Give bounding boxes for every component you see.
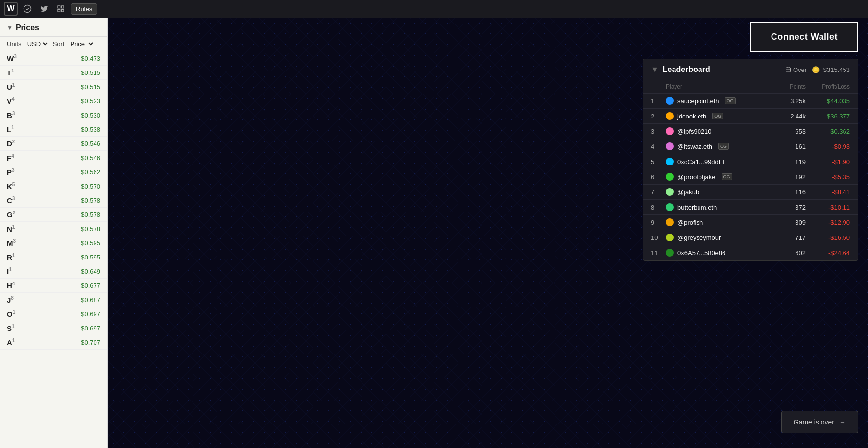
row-rank: 7 — [651, 189, 666, 196]
price-sub: 5 — [12, 182, 15, 187]
price-row[interactable]: V4 $0.523 — [0, 94, 107, 108]
price-row[interactable]: B3 $0.530 — [0, 108, 107, 122]
row-rank: 5 — [651, 158, 666, 165]
leaderboard-row[interactable]: 1 saucepoint.eth OG 3.25k $44.035 — [643, 94, 858, 109]
price-sub: 3 — [12, 196, 15, 201]
leaderboard-row[interactable]: 2 jdcook.eth OG 2.44k $36.377 — [643, 109, 858, 124]
leaderboard-row[interactable]: 11 0x6A57...580e86 602 -$24.64 — [643, 245, 858, 260]
leaderboard-title: ▼ Leaderboard — [651, 65, 710, 74]
row-points: 192 — [767, 173, 806, 181]
nav-logo-w[interactable]: W — [4, 2, 18, 16]
price-sub: 1 — [12, 253, 15, 258]
price-value: $0.687 — [81, 296, 100, 304]
leaderboard-row[interactable]: 4 @itswaz.eth OG 161 -$0.93 — [643, 139, 858, 154]
row-rank: 2 — [651, 113, 666, 120]
price-row[interactable]: T1 $0.515 — [0, 66, 107, 80]
prices-panel: ▼ Prices Units USD ETH Sort Price Letter… — [0, 18, 108, 448]
price-value: $0.595 — [81, 239, 100, 247]
price-row[interactable]: I1 $0.649 — [0, 264, 107, 279]
player-name: @proofofjake — [677, 173, 716, 181]
price-row[interactable]: K5 $0.570 — [0, 179, 107, 193]
game-over-label: Game is over — [794, 418, 834, 426]
nav-icon-w[interactable] — [21, 2, 34, 16]
player-name: @itswaz.eth — [677, 143, 712, 150]
price-value: $0.578 — [81, 225, 100, 233]
player-name: 0x6A57...580e86 — [677, 249, 725, 257]
price-row[interactable]: J8 $0.687 — [0, 293, 107, 307]
price-value: $0.649 — [81, 268, 100, 275]
price-letter: D2 — [7, 139, 15, 148]
leaderboard-row[interactable]: 6 @proofofjake OG 192 -$5.35 — [643, 169, 858, 185]
price-value: $0.546 — [81, 140, 100, 147]
price-letter: T1 — [7, 68, 14, 77]
price-row[interactable]: O1 $0.697 — [0, 307, 107, 321]
leaderboard-total-value: $315.453 — [823, 66, 850, 73]
player-name: @jakub — [677, 189, 699, 196]
row-rank: 11 — [651, 249, 666, 257]
leaderboard-total: 🪙 $315.453 — [812, 66, 850, 73]
player-avatar — [666, 173, 674, 181]
price-row[interactable]: S1 $0.697 — [0, 321, 107, 335]
player-name: @greyseymour — [677, 234, 721, 241]
price-value: $0.546 — [81, 154, 100, 162]
price-row[interactable]: L1 $0.538 — [0, 122, 107, 137]
svg-rect-4 — [58, 9, 60, 12]
leaderboard-row[interactable]: 7 @jakub 116 -$8.41 — [643, 185, 858, 200]
leaderboard-chevron[interactable]: ▼ — [651, 65, 659, 74]
price-row[interactable]: N1 $0.578 — [0, 222, 107, 236]
nav-icon-twitter[interactable] — [37, 2, 51, 16]
price-letter: S1 — [7, 324, 15, 332]
player-avatar — [666, 188, 674, 196]
connect-wallet-button[interactable]: Connect Wallet — [750, 22, 858, 52]
player-avatar — [666, 218, 674, 226]
price-row[interactable]: G2 $0.578 — [0, 208, 107, 222]
leaderboard-row[interactable]: 3 @ipfs90210 653 $0.362 — [643, 124, 858, 139]
price-row[interactable]: F4 $0.546 — [0, 151, 107, 165]
leaderboard-stats: Over 🪙 $315.453 — [785, 66, 850, 73]
player-name: butterbum.eth — [677, 204, 717, 211]
price-value: $0.538 — [81, 126, 100, 133]
leaderboard-row[interactable]: 8 butterbum.eth 372 -$10.11 — [643, 200, 858, 215]
price-sub: 1 — [12, 224, 15, 230]
svg-point-0 — [24, 5, 31, 13]
leaderboard-title-text: Leaderboard — [663, 65, 710, 74]
price-row[interactable]: D2 $0.546 — [0, 137, 107, 151]
row-player: @proofofjake OG — [666, 173, 767, 181]
price-row[interactable]: R1 $0.595 — [0, 250, 107, 264]
price-row[interactable]: H4 $0.677 — [0, 279, 107, 293]
price-sub: 3 — [14, 54, 17, 59]
rules-button[interactable]: Rules — [71, 3, 97, 15]
price-sub: 4 — [12, 281, 15, 286]
row-points: 717 — [767, 234, 806, 241]
price-row[interactable]: W3 $0.473 — [0, 51, 107, 66]
price-sub: 3 — [13, 238, 16, 244]
price-letter: N1 — [7, 224, 15, 233]
nav-icon-extra[interactable] — [54, 2, 68, 16]
price-row[interactable]: U1 $0.515 — [0, 80, 107, 94]
row-player: @jakub — [666, 188, 767, 196]
row-points: 653 — [767, 128, 806, 135]
price-letter: L1 — [7, 125, 14, 134]
price-row[interactable]: M3 $0.595 — [0, 236, 107, 250]
price-row[interactable]: A1 $0.707 — [0, 335, 107, 350]
price-letter: W3 — [7, 54, 17, 63]
row-profit: -$24.64 — [806, 249, 850, 257]
price-value: $0.578 — [81, 211, 100, 218]
tiles-svg — [108, 18, 255, 91]
price-letter: A1 — [7, 338, 15, 347]
sort-select[interactable]: Price Letter — [68, 40, 95, 48]
row-rank: 4 — [651, 143, 666, 150]
leaderboard-row[interactable]: 10 @greyseymour 717 -$16.50 — [643, 230, 858, 245]
units-select[interactable]: USD ETH — [25, 40, 49, 48]
price-value: $0.595 — [81, 254, 100, 261]
leaderboard-row[interactable]: 5 0xcCa1...99ddEF 119 -$1.90 — [643, 154, 858, 169]
prices-list: W3 $0.473 T1 $0.515 U1 $0.515 V4 $0.523 … — [0, 51, 107, 350]
leaderboard-over-stat: Over — [785, 66, 807, 73]
price-row[interactable]: C3 $0.578 — [0, 193, 107, 208]
svg-rect-1 — [58, 6, 60, 8]
game-over-button[interactable]: Game is over → — [781, 411, 858, 433]
row-profit: -$8.41 — [806, 189, 850, 196]
price-row[interactable]: P3 $0.562 — [0, 165, 107, 179]
leaderboard-row[interactable]: 9 @profish 309 -$12.90 — [643, 215, 858, 230]
prices-chevron[interactable]: ▼ — [7, 24, 13, 31]
